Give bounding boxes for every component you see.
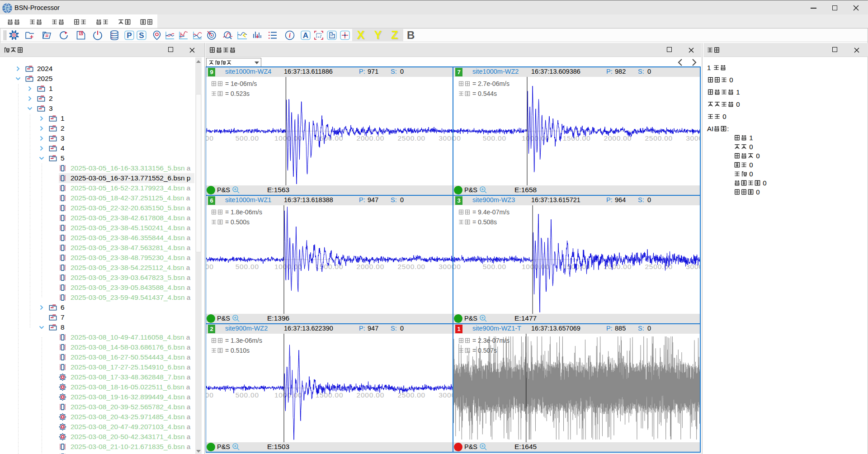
svg-text:3000.00: 3000.00 xyxy=(686,134,700,142)
svg-text:1000.00: 1000.00 xyxy=(522,134,550,142)
svg-text:500.00: 500.00 xyxy=(236,391,259,399)
svg-text:2500.00: 2500.00 xyxy=(645,134,673,142)
svg-text:0.00: 0.00 xyxy=(206,263,214,270)
svg-text:S: S xyxy=(139,31,144,40)
svg-text:3000.00: 3000.00 xyxy=(439,134,453,142)
svg-text:500.00: 500.00 xyxy=(483,134,506,142)
svg-text:0.00: 0.00 xyxy=(453,134,461,142)
svg-text:2500.00: 2500.00 xyxy=(397,391,425,399)
svg-text:500.00: 500.00 xyxy=(236,134,259,142)
svg-text:2500.00: 2500.00 xyxy=(397,134,425,142)
svg-text:2500.00: 2500.00 xyxy=(397,263,425,270)
svg-text:1500.00: 1500.00 xyxy=(316,391,344,399)
svg-text:A: A xyxy=(303,31,308,40)
svg-text:3000.00: 3000.00 xyxy=(439,391,453,399)
svg-text:0.00: 0.00 xyxy=(206,134,214,142)
svg-text:1500.00: 1500.00 xyxy=(563,134,591,142)
svg-text:500.00: 500.00 xyxy=(483,263,506,270)
svg-text:2000.00: 2000.00 xyxy=(356,134,384,142)
svg-text:0.00: 0.00 xyxy=(453,263,461,270)
svg-text:2000.00: 2000.00 xyxy=(356,391,384,399)
svg-text:i: i xyxy=(289,32,291,39)
svg-text:0.00: 0.00 xyxy=(206,391,214,399)
svg-text:500.00: 500.00 xyxy=(236,263,259,270)
svg-text:3000.00: 3000.00 xyxy=(439,263,453,270)
svg-text:2000.00: 2000.00 xyxy=(604,134,632,142)
svg-text:2000.00: 2000.00 xyxy=(356,263,384,270)
svg-text:3000.00: 3000.00 xyxy=(686,263,700,270)
svg-text:P: P xyxy=(127,31,132,40)
